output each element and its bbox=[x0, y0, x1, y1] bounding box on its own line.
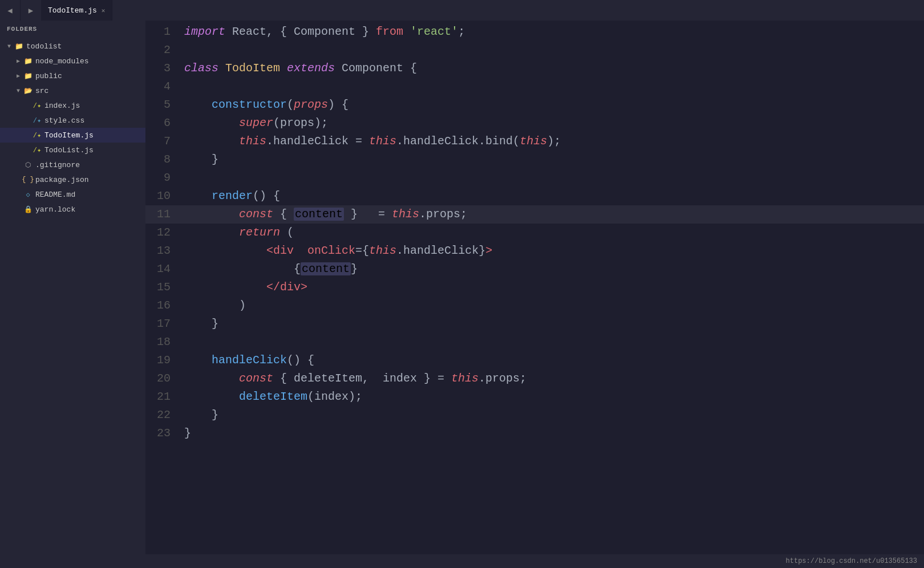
line-number: 7 bbox=[145, 132, 180, 151]
sidebar-item-todolist[interactable]: ▼ 📁 todolist bbox=[0, 39, 145, 54]
folder-icon: 📁 bbox=[23, 71, 33, 81]
sidebar-item-package-json[interactable]: ▶ { } package.json bbox=[0, 172, 145, 187]
sidebar-item-label: .gitignore bbox=[35, 161, 80, 169]
line-content: deleteItem(index); bbox=[180, 388, 924, 406]
editor-content[interactable]: 1 import React, { Component } from 'reac… bbox=[145, 21, 924, 554]
sidebar-item-public[interactable]: ▶ 📁 public bbox=[0, 68, 145, 83]
sidebar-item-label: yarn.lock bbox=[35, 205, 75, 214]
line-number: 16 bbox=[145, 297, 180, 315]
sidebar-item-label: index.js bbox=[44, 102, 80, 110]
line-content: super(props); bbox=[180, 114, 924, 132]
sidebar-header: FOLDERS bbox=[0, 21, 145, 38]
lock-icon: 🔒 bbox=[23, 204, 33, 214]
line-content bbox=[180, 169, 924, 187]
code-line-8: 8 } bbox=[145, 151, 924, 169]
sidebar-item-gitignore[interactable]: ▶ ⬡ .gitignore bbox=[0, 157, 145, 172]
sidebar-item-todoitem-js[interactable]: ▶ /✦ TodoItem.js bbox=[0, 128, 145, 143]
sidebar-item-index-js[interactable]: ▶ /✦ index.js bbox=[0, 98, 145, 113]
line-number: 14 bbox=[145, 260, 180, 278]
js-file-icon: /✦ bbox=[32, 145, 42, 155]
json-icon: { } bbox=[23, 175, 33, 185]
arrow-icon: ▼ bbox=[14, 86, 23, 95]
code-line-2: 2 bbox=[145, 41, 924, 59]
sidebar-tree: ▼ 📁 todolist ▶ 📁 node_modules ▶ 📁 public… bbox=[0, 38, 145, 554]
code-line-13: 13 <div onClick={this.handleClick}> bbox=[145, 242, 924, 260]
line-number: 9 bbox=[145, 169, 180, 187]
line-number: 8 bbox=[145, 151, 180, 169]
line-number: 12 bbox=[145, 224, 180, 242]
sidebar-item-yarn-lock[interactable]: ▶ 🔒 yarn.lock bbox=[0, 202, 145, 217]
main-area: FOLDERS ▼ 📁 todolist ▶ 📁 node_modules ▶ … bbox=[0, 21, 924, 554]
code-line-18: 18 bbox=[145, 333, 924, 351]
line-content: class TodoItem extends Component { bbox=[180, 59, 924, 78]
line-number: 11 bbox=[145, 205, 180, 224]
code-line-19: 19 handleClick() { bbox=[145, 351, 924, 370]
arrow-icon: ▶ bbox=[14, 71, 23, 80]
code-line-1: 1 import React, { Component } from 'reac… bbox=[145, 23, 924, 41]
line-content: handleClick() { bbox=[180, 351, 924, 370]
line-content: {content} bbox=[180, 260, 924, 278]
code-line-14: 14 {content} bbox=[145, 260, 924, 278]
line-content: this.handleClick = this.handleClick.bind… bbox=[180, 132, 924, 151]
sidebar-item-label: public bbox=[35, 72, 62, 80]
code-line-16: 16 ) bbox=[145, 297, 924, 315]
code-line-22: 22 } bbox=[145, 406, 924, 424]
line-content bbox=[180, 41, 924, 59]
sidebar-item-label: README.md bbox=[35, 190, 75, 199]
tab-todoitem-js[interactable]: TodoItem.js ✕ bbox=[41, 0, 112, 21]
code-line-15: 15 </div> bbox=[145, 278, 924, 297]
line-number: 4 bbox=[145, 78, 180, 96]
sidebar-item-todolist-js[interactable]: ▶ /✦ TodoList.js bbox=[0, 143, 145, 157]
line-content: render() { bbox=[180, 187, 924, 205]
nav-forward-button[interactable]: ▶ bbox=[21, 0, 41, 21]
js-file-icon: /✦ bbox=[32, 100, 42, 111]
line-number: 13 bbox=[145, 242, 180, 260]
line-number: 19 bbox=[145, 351, 180, 370]
line-number: 20 bbox=[145, 370, 180, 388]
code-line-21: 21 deleteItem(index); bbox=[145, 388, 924, 406]
nav-back-button[interactable]: ◀ bbox=[0, 0, 21, 21]
folder-open-icon: 📂 bbox=[23, 86, 33, 96]
line-number: 5 bbox=[145, 96, 180, 114]
sidebar-item-label: style.css bbox=[44, 116, 84, 125]
sidebar-item-readme-md[interactable]: ▶ ◇ README.md bbox=[0, 187, 145, 202]
md-icon: ◇ bbox=[23, 189, 33, 200]
line-content: } bbox=[180, 315, 924, 333]
tab-close-button[interactable]: ✕ bbox=[102, 7, 106, 14]
line-number: 17 bbox=[145, 315, 180, 333]
line-number: 23 bbox=[145, 424, 180, 443]
line-number: 18 bbox=[145, 333, 180, 351]
line-number: 21 bbox=[145, 388, 180, 406]
code-line-6: 6 super(props); bbox=[145, 114, 924, 132]
line-content: return ( bbox=[180, 224, 924, 242]
sidebar-item-label: TodoItem.js bbox=[44, 131, 94, 140]
code-line-10: 10 render() { bbox=[145, 187, 924, 205]
folder-open-icon: 📁 bbox=[14, 41, 24, 51]
code-line-11: 11 const { content } = this.props; bbox=[145, 205, 924, 224]
sidebar: FOLDERS ▼ 📁 todolist ▶ 📁 node_modules ▶ … bbox=[0, 21, 145, 554]
code-line-3: 3 class TodoItem extends Component { bbox=[145, 59, 924, 78]
git-icon: ⬡ bbox=[23, 160, 33, 170]
line-content: const { deleteItem, index } = this.props… bbox=[180, 370, 924, 388]
code-line-5: 5 constructor(props) { bbox=[145, 96, 924, 114]
code-line-12: 12 return ( bbox=[145, 224, 924, 242]
sidebar-item-label: node_modules bbox=[35, 57, 89, 66]
sidebar-item-src[interactable]: ▼ 📂 src bbox=[0, 83, 145, 98]
code-line-9: 9 bbox=[145, 169, 924, 187]
line-content: import React, { Component } from 'react'… bbox=[180, 23, 924, 41]
status-bar: https://blog.csdn.net/u013565133 bbox=[0, 554, 924, 568]
line-number: 3 bbox=[145, 59, 180, 78]
line-content: } bbox=[180, 151, 924, 169]
sidebar-item-style-css[interactable]: ▶ /✦ style.css bbox=[0, 113, 145, 128]
sidebar-item-label: TodoList.js bbox=[44, 146, 94, 155]
css-file-icon: /✦ bbox=[32, 115, 42, 125]
tab-bar: ◀ ▶ TodoItem.js ✕ bbox=[0, 0, 924, 21]
line-content bbox=[180, 78, 924, 96]
line-number: 15 bbox=[145, 278, 180, 297]
sidebar-item-label: todolist bbox=[26, 42, 62, 51]
line-number: 2 bbox=[145, 41, 180, 59]
sidebar-item-node-modules[interactable]: ▶ 📁 node_modules bbox=[0, 54, 145, 68]
line-number: 22 bbox=[145, 406, 180, 424]
code-line-7: 7 this.handleClick = this.handleClick.bi… bbox=[145, 132, 924, 151]
js-file-icon: /✦ bbox=[32, 130, 42, 140]
